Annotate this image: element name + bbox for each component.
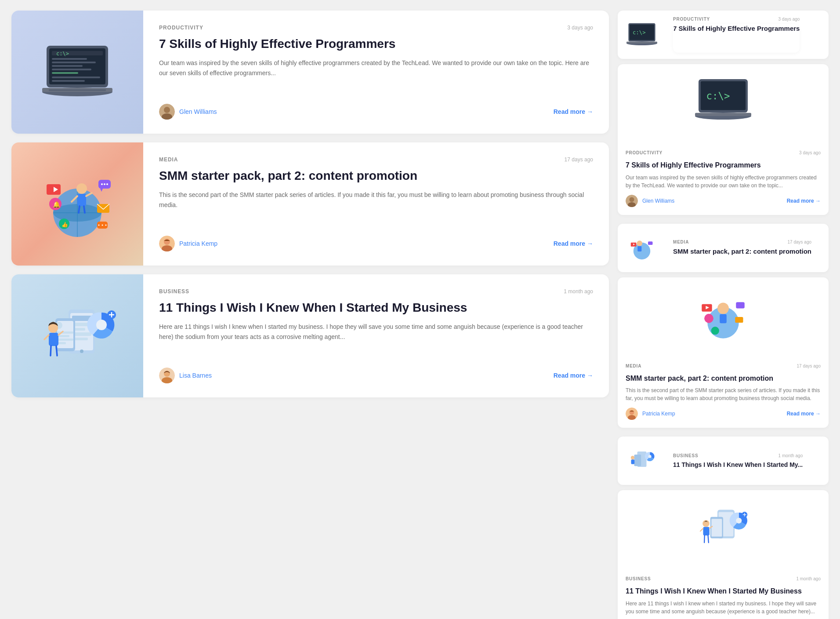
medium-author-name-s1[interactable]: Glen Williams [642,198,674,204]
svg-rect-22 [77,194,86,206]
card-meta-art2: MEDIA 17 days ago [159,157,593,163]
main-grid: c:\> PRODUCTI [11,11,829,619]
svg-point-95 [717,302,729,314]
card-content-art3: BUSINESS 1 month ago 11 Things I Wish I … [143,274,609,397]
svg-line-26 [84,206,85,213]
svg-rect-10 [52,80,85,82]
medium-laptop-icon: c:\> [688,75,758,132]
svg-rect-99 [736,302,745,308]
medium-meta-s3: BUSINESS 1 month ago [626,576,821,581]
medium-business-icon [688,501,758,558]
medium-time-s2: 17 days ago [797,364,821,368]
medium-author-s2: Patricia Kemp [626,408,675,420]
card-meta-art3: BUSINESS 1 month ago [159,288,593,295]
medium-smm-icon [688,288,758,346]
svg-rect-6 [52,65,83,67]
svg-rect-84 [695,113,751,116]
card-title-art1: 7 Skills of Highly Effective Programmers [159,36,593,52]
medium-avatar-s2 [626,408,638,420]
svg-point-31 [101,183,103,185]
medium-category-s2: MEDIA [626,364,641,368]
small-card-content-s3-top: BUSINESS 1 month ago 11 Things I Wish I … [666,437,810,485]
card-image-art2: 🔔 👍 [11,142,143,266]
card-category-art3: BUSINESS [159,288,189,295]
right-section-3: BUSINESS 1 month ago 11 Things I Wish I … [618,437,829,619]
medium-card-s2: MEDIA 17 days ago SMM starter pack, part… [618,277,829,428]
medium-excerpt-s3: Here are 11 things I wish I knew when I … [626,600,821,615]
small-laptop-icon: c:\> [622,19,662,50]
svg-point-32 [104,183,105,185]
small-time-s1-top: 3 days ago [778,17,800,22]
medium-read-more-s1[interactable]: Read more → [787,198,821,204]
medium-footer-s2: Patricia Kemp Read more → [626,408,821,420]
svg-line-25 [79,206,80,213]
medium-card-content-s2: MEDIA 17 days ago SMM starter pack, part… [618,357,829,428]
card-excerpt-art1: Our team was inspired by the seven skill… [159,58,593,78]
svg-marker-30 [100,189,103,192]
svg-text:c:\>: c:\> [633,29,646,36]
card-content-art1: PRODUCTIVITY 3 days ago 7 Skills of High… [143,11,609,134]
svg-text:c:\>: c:\> [56,51,69,57]
svg-text:🔔: 🔔 [53,201,61,208]
svg-point-89 [637,240,642,246]
medium-author-name-s2[interactable]: Patricia Kemp [642,411,675,417]
small-card-content-s2-top: MEDIA 17 days ago SMM starter pack, part… [666,224,818,272]
medium-title-s2: SMM starter pack, part 2: content promot… [626,374,821,383]
svg-rect-8 [52,72,78,74]
medium-meta-s2: MEDIA 17 days ago [626,364,821,368]
small-title-s1-top: 7 Skills of Highly Effective Programmers [673,24,800,53]
author-info-art1: Glen Williams [159,104,217,120]
svg-rect-7 [52,69,91,70]
avatar-glen-williams [159,104,175,120]
large-card-art2: 🔔 👍 MEDIA 17 days ago S [11,142,609,266]
smm-illustration: 🔔 👍 [33,160,121,248]
left-column: c:\> PRODUCTI [11,11,609,619]
svg-line-66 [56,346,57,356]
small-category-s2-top: MEDIA [673,240,689,244]
medium-card-image-s1: c:\> [618,64,829,143]
small-meta-s3-top: BUSINESS 1 month ago [673,453,803,458]
small-time-s2-top: 17 days ago [788,240,812,244]
svg-rect-100 [735,317,743,323]
medium-category-s1: PRODUCTIVITY [626,150,663,155]
small-category-s3-top: BUSINESS [673,453,699,458]
svg-text:👍: 👍 [62,221,68,228]
medium-author-s1: Glen Williams [626,195,674,207]
card-image-art3 [11,274,143,397]
svg-point-108 [631,456,634,459]
medium-category-s3: BUSINESS [626,576,651,581]
business-illustration [33,292,121,380]
avatar-patricia-kemp [159,236,175,251]
read-more-art2[interactable]: Read more → [554,240,593,247]
small-meta-s1-top: PRODUCTIVITY 3 days ago [673,17,800,22]
right-section-1: c:\> PRODUCTIVITY 3 days ago 7 Skills of… [618,11,829,215]
svg-point-40 [98,225,100,226]
svg-point-53 [80,350,83,353]
medium-read-more-s2[interactable]: Read more → [787,411,821,417]
read-more-art1[interactable]: Read more → [554,108,593,115]
author-name-art1[interactable]: Glen Williams [179,108,217,115]
right-section-2: MEDIA 17 days ago SMM starter pack, part… [618,224,829,428]
card-footer-art3: Lisa Barnes Read more → [159,368,593,383]
medium-card-image-s2 [618,277,829,357]
svg-point-101 [704,313,713,323]
small-card-s2-top: MEDIA 17 days ago SMM starter pack, part… [618,224,829,272]
small-time-s3-top: 1 month ago [778,453,803,458]
svg-line-63 [44,335,49,339]
author-name-art2[interactable]: Patricia Kemp [179,240,217,247]
author-info-art3: Lisa Barnes [159,368,212,383]
small-title-s3-top: 11 Things I Wish I Knew When I Started M… [673,461,803,469]
medium-excerpt-s1: Our team was inspired by the seven skill… [626,174,821,189]
card-footer-art2: Patricia Kemp Read more → [159,236,593,251]
svg-point-111 [648,455,652,458]
svg-point-68 [96,320,107,330]
medium-card-content-s1: PRODUCTIVITY 3 days ago 7 Skills of High… [618,143,829,215]
medium-card-s3: BUSINESS 1 month ago 11 Things I Wish I … [618,490,829,619]
svg-point-102 [711,327,719,335]
svg-text:c:\>: c:\> [706,90,730,102]
read-more-art3[interactable]: Read more → [554,372,593,379]
svg-rect-79 [626,42,657,44]
author-name-art3[interactable]: Lisa Barnes [179,372,212,379]
card-category-art2: MEDIA [159,157,178,163]
svg-rect-62 [49,333,58,346]
